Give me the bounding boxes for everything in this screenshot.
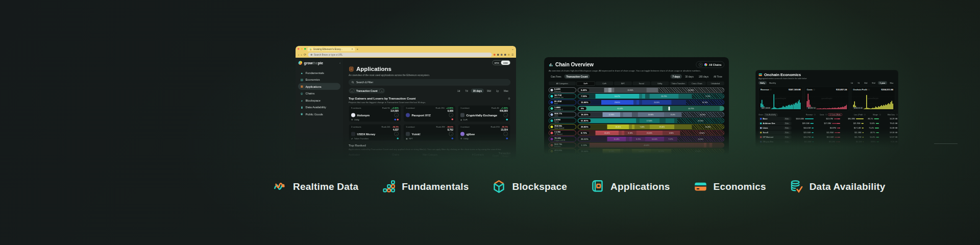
chain-chip[interactable]: Arbitrum One Blobs [758,121,792,126]
open-app-icon[interactable]: → [395,132,399,136]
chart-card-onchain-profit[interactable]: Onchain Profit ⓘ $234,511.84 growthepie … [851,87,895,111]
brave-rewards-icon[interactable] [494,54,496,56]
currency-eth[interactable]: ETH [493,61,501,64]
chain-chip[interactable]: OP Mainnet Blobs [758,135,792,139]
currency-toggle[interactable]: ETH USD [493,60,510,65]
application-card[interactable]: 1 contract Rank 46 +1.36% 456,865 Crypto… [458,105,510,122]
application-card[interactable]: 2 contracts Rank 241 -94.3% 4,037 USDX M… [349,124,401,141]
ranked-col[interactable]: # Contracts [461,154,484,156]
search-input[interactable]: Search & Filter [349,79,510,86]
chain-dot-icon[interactable] [397,119,399,121]
category-column-cross-chain[interactable]: Cross Chain [688,82,706,86]
col-blob[interactable]: Blob Data ⓘ [881,113,898,116]
open-app-icon[interactable]: → [449,132,454,136]
sidebar-item-data-availability[interactable]: ▮ Data Availability [298,104,340,111]
ranked-col[interactable]: Transaction CountChange [484,152,510,157]
tabstrip-caret-icon[interactable]: ⌄ [511,47,514,51]
category-column-token-transfers[interactable]: Token Transfers [670,82,688,86]
application-card[interactable]: 1 contract Rank 190 +2.36% 9,988 Passpor… [403,105,456,122]
chain-chip[interactable]: Base Blobs [758,117,792,121]
usage-bar[interactable]: 15.88%29.65%24.16%30.16% [578,100,725,105]
economics-row-linea[interactable]: Linea Blobs $24.01M $6.87M $17.14M 71.4%… [758,126,895,130]
ranked-row-faded[interactable] [349,159,510,160]
costs-toggle-pill[interactable]: L1 Costs | Blobs [828,113,842,116]
chain-chip[interactable]: Linea Blobs [758,126,792,130]
back-icon[interactable]: ‹ [298,53,299,56]
chain-dot-icon[interactable] [395,119,397,121]
chain-chip[interactable]: 1.48M Immutable X [549,106,576,111]
usage-bar[interactable]: 8.49%20.94%41.09% [578,88,725,93]
info-icon[interactable]: ⓘ [868,89,870,91]
traffic-minimize-icon[interactable] [301,48,303,50]
chain-chip[interactable]: 8.42M Ethereum [549,88,576,93]
usage-bar[interactable]: 0%60.08%44.75% [578,106,725,111]
chain-chip[interactable]: Starknet Blobs [758,144,792,148]
metric-selector[interactable]: ‹ Transaction Count › [349,88,385,94]
chain-chip[interactable]: 7.17M OP Mainnet [549,131,576,136]
sidebar-item-chains[interactable]: ◎ Chains [298,90,340,97]
usage-bar[interactable]: 9.04%55.06% [578,155,725,156]
sidebar-item-public-goods[interactable]: ◉ Public Goods [298,111,340,118]
metric-tab[interactable]: Transaction Count [565,75,590,79]
extension-icon[interactable] [497,54,499,56]
timeframe-button[interactable]: 7 days [670,75,682,79]
timeframe-button[interactable]: Max [502,89,510,93]
extension-icon[interactable] [504,54,506,56]
timeframe-button[interactable]: All Time [712,75,724,79]
chain-chip[interactable]: ZKsync Era Blobs [758,140,792,144]
chain-chip[interactable]: 450.80k Scroll [549,149,576,154]
chain-row-taiko[interactable]: 15.04M Taiko 9.04%55.06% [549,155,724,156]
chain-row-polygon-zkevm[interactable]: 78.24k Polygon zkEVM 29.03%16.48%8.74%14… [549,137,724,142]
traffic-close-icon[interactable] [298,48,300,50]
usage-bar[interactable]: 29.03%16.48%8.74%14.14%7.17%14.46% [578,137,725,142]
sidebar-item-applications[interactable]: ▦ Applications [298,83,340,90]
info-icon[interactable]: ⓘ [770,89,772,91]
timeframe-button[interactable]: 90d [485,89,493,93]
usage-bar[interactable]: 15.94%16.49%14.67%14.77%22.16% [578,149,725,154]
category-column-all-categories[interactable]: All Categories [549,82,576,86]
sidebar-collapse-icon[interactable]: ‹ [339,62,340,65]
chain-dot-icon[interactable] [452,138,454,140]
open-app-icon[interactable]: → [504,113,508,117]
ranked-col[interactable]: Application [349,154,392,156]
chain-row-linea[interactable]: 958.77k Linea 18.25%12.96%18.98%15.8%20.… [549,112,724,117]
sidebar-item-fundamentals[interactable]: ▲ Fundamentals [298,69,340,77]
timeframe-button[interactable]: 30d [863,81,869,85]
granularity-tab[interactable]: Daily [758,81,767,85]
economics-row-arbitrum-one[interactable]: Arbitrum One Blobs $39.24M $17.33M $21.9… [758,121,895,126]
chain-row-ethereum[interactable]: 8.42M Ethereum 8.49%20.94%41.09% [549,88,724,93]
extension-icon[interactable] [508,54,510,56]
col-profit[interactable]: Loss | Profit ⓘ [842,113,866,116]
extension-icon[interactable] [501,54,503,56]
tab-close-icon[interactable]: × [352,48,353,51]
category-column-social[interactable]: Social [632,82,650,86]
chain-dot-icon[interactable] [397,138,399,140]
granularity-tab[interactable]: Monthly [767,81,777,85]
col-margin[interactable]: Margin ⓘ [866,113,881,116]
chain-row-base[interactable]: 80.25M Base 15.88%29.65%24.16%30.16% [549,100,724,105]
chain-dot-icon[interactable] [506,138,508,140]
economics-row-starknet[interactable]: Starknet Blobs $7.93M $4.88M $3.05M 38.5… [758,144,895,148]
category-column-utility[interactable]: Utility [651,82,669,86]
economics-row-scroll[interactable]: Scroll Blobs $23.34M $11.96M $11.38M 48.… [758,131,895,135]
economics-row-base[interactable]: Base Blobs $103.06M $12.67M $90.39M 88.1… [758,117,895,121]
metric-next-icon[interactable]: › [380,89,384,93]
chain-row-arbitrum-one[interactable]: 34.71M Arbitrum One 7.55%54.07%25.73%27.… [549,94,724,99]
chain-chip[interactable]: 34.71M Arbitrum One [549,94,576,99]
application-card[interactable]: 1 contract Rank 289 -90.6% 8,762 Yoink! … [403,124,456,141]
category-column-cefi[interactable]: CeFi [596,82,614,86]
menu-icon[interactable]: ☰ [511,54,513,56]
col-costs[interactable]: Costs ⓘL1 Costs | Blobs [816,113,842,116]
chain-row-mode-network[interactable]: 354.96k Mode Network 29.85%18.26%7.46%19… [549,125,724,130]
gear-icon[interactable]: ⚙ [508,96,510,100]
economics-row-zksync-era[interactable]: ZKsync Era Blobs $15.33M $9.22M $6.11M 3… [758,140,895,144]
chain-row-op-mainnet[interactable]: 7.17M OP Mainnet 8.72%24.06%8.18%20.16%6… [549,131,724,136]
da-filter-pill[interactable]: Data Availability [764,113,777,116]
chain-chip[interactable]: 958.77k Linea [549,112,576,117]
chain-chip[interactable]: 15.04M Taiko [549,155,576,156]
timeframe-button[interactable]: 7d [463,89,470,93]
chain-chip[interactable]: 354.96k Mode Network [549,125,576,130]
col-revenue[interactable]: Revenue ⓘ [794,113,816,116]
timeframe-button[interactable]: 180 days [697,75,710,79]
timeframe-button[interactable]: 1 year [878,81,887,85]
